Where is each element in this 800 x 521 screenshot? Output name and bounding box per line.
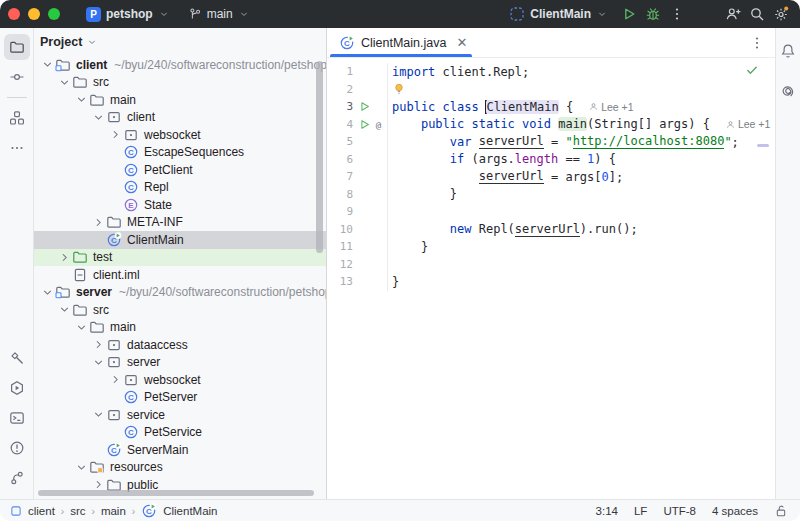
intention-bulb-icon[interactable] bbox=[392, 82, 406, 96]
chevron-collapsed-icon[interactable] bbox=[91, 337, 106, 352]
run-configuration-selector[interactable]: ClientMain bbox=[503, 3, 614, 25]
file-encoding[interactable]: UTF-8 bbox=[663, 505, 696, 517]
annotation-gutter-icon[interactable]: @ bbox=[372, 118, 385, 131]
line-number[interactable]: 6 bbox=[327, 153, 353, 166]
chevron-down-icon[interactable] bbox=[86, 36, 98, 48]
tree-item-state[interactable]: EState bbox=[34, 196, 326, 214]
services-tool-button[interactable] bbox=[4, 375, 30, 401]
project-panel-title[interactable]: Project bbox=[40, 35, 82, 49]
tree-item-dataaccess[interactable]: dataaccess bbox=[34, 336, 326, 354]
gutter[interactable]: @ bbox=[353, 118, 387, 131]
line-separator[interactable]: LF bbox=[634, 505, 647, 517]
tree-item-escapesequences[interactable]: CEscapeSequences bbox=[34, 144, 326, 162]
line-number[interactable]: 3 bbox=[327, 100, 353, 113]
minimize-window-button[interactable] bbox=[28, 8, 40, 20]
run-gutter-icon[interactable] bbox=[358, 118, 371, 131]
tree-item-src[interactable]: src bbox=[34, 74, 326, 92]
tree-item-repl[interactable]: CRepl bbox=[34, 179, 326, 197]
chevron-expanded-icon[interactable] bbox=[57, 302, 72, 317]
code-line-7[interactable]: 7 serverUrl = args[0]; bbox=[327, 168, 775, 186]
zoom-window-button[interactable] bbox=[48, 8, 60, 20]
unlock-icon[interactable] bbox=[774, 504, 788, 518]
code-line-2[interactable]: 2 bbox=[327, 81, 775, 99]
code-line-11[interactable]: 11 } bbox=[327, 238, 775, 256]
close-tab-icon[interactable]: ✕ bbox=[456, 35, 467, 50]
code-with-me-button[interactable] bbox=[724, 5, 742, 23]
tree-item-client[interactable]: client~/byu/240/softwareconstruction/pet… bbox=[34, 56, 326, 74]
tree-item-servermain[interactable]: CServerMain bbox=[34, 441, 326, 459]
code-line-13[interactable]: 13} bbox=[327, 273, 775, 291]
tree-item-resources[interactable]: resources bbox=[34, 459, 326, 477]
code-line-8[interactable]: 8 } bbox=[327, 186, 775, 204]
code-line-5[interactable]: 5 var serverUrl = "http://localhost:8080… bbox=[327, 133, 775, 151]
line-number[interactable]: 8 bbox=[327, 188, 353, 201]
breadcrumb-main[interactable]: main bbox=[101, 505, 126, 517]
caret-position[interactable]: 3:14 bbox=[596, 505, 618, 517]
code-line-1[interactable]: 1import client.Repl; bbox=[327, 63, 775, 81]
branch-widget[interactable]: main bbox=[182, 4, 256, 24]
tree-item-test[interactable]: test bbox=[34, 249, 326, 267]
tree-item-petclient[interactable]: CPetClient bbox=[34, 161, 326, 179]
chevron-collapsed-icon[interactable] bbox=[57, 250, 72, 265]
terminal-tool-button[interactable] bbox=[4, 405, 30, 431]
tree-item-client.iml[interactable]: client.iml bbox=[34, 266, 326, 284]
line-number[interactable]: 11 bbox=[327, 240, 353, 253]
line-number[interactable]: 4 bbox=[327, 118, 353, 131]
breadcrumb-src[interactable]: src bbox=[70, 505, 85, 517]
editor-options-button[interactable] bbox=[749, 35, 765, 51]
chevron-expanded-icon[interactable] bbox=[74, 92, 89, 107]
close-window-button[interactable] bbox=[8, 8, 20, 20]
chevron-expanded-icon[interactable] bbox=[74, 320, 89, 335]
tree-item-websocket[interactable]: websocket bbox=[34, 371, 326, 389]
tree-item-server[interactable]: server~/byu/240/softwareconstruction/pet… bbox=[34, 284, 326, 302]
gutter[interactable] bbox=[353, 100, 387, 113]
code-line-6[interactable]: 6 if (args.length == 1) { bbox=[327, 151, 775, 169]
chevron-expanded-icon[interactable] bbox=[57, 75, 72, 90]
chevron-expanded-icon[interactable] bbox=[91, 110, 106, 125]
chevron-expanded-icon[interactable] bbox=[74, 460, 89, 475]
breadcrumb-clientmain[interactable]: ClientMain bbox=[163, 505, 217, 517]
breadcrumb-client[interactable]: client bbox=[28, 505, 55, 517]
code-line-4[interactable]: 4@ public static void main(String[] args… bbox=[327, 116, 775, 134]
build-tool-button[interactable] bbox=[4, 345, 30, 371]
line-number[interactable]: 13 bbox=[327, 275, 353, 288]
settings-button[interactable] bbox=[772, 5, 790, 23]
debug-button[interactable] bbox=[644, 5, 662, 23]
tree-item-clientmain[interactable]: CClientMain bbox=[34, 231, 326, 249]
ai-assistant-button[interactable] bbox=[775, 78, 800, 104]
commit-tool-button[interactable] bbox=[4, 64, 30, 90]
tree-vertical-scrollbar[interactable] bbox=[316, 61, 323, 253]
tree-horizontal-scrollbar[interactable] bbox=[38, 490, 314, 496]
structure-tool-button[interactable] bbox=[4, 105, 30, 131]
vcs-log-tool-button[interactable] bbox=[4, 465, 30, 491]
author-inlay-hint[interactable]: Lee +1 bbox=[589, 101, 633, 113]
tree-item-main[interactable]: main bbox=[34, 91, 326, 109]
editor-tab-clientmain[interactable]: C ClientMain.java ✕ bbox=[327, 28, 475, 57]
chevron-collapsed-icon[interactable] bbox=[91, 215, 106, 230]
code-editor[interactable]: 1import client.Repl;23public class Clien… bbox=[327, 58, 775, 499]
chevron-expanded-icon[interactable] bbox=[91, 407, 106, 422]
tree-item-server[interactable]: server bbox=[34, 354, 326, 372]
code-line-3[interactable]: 3public class ClientMain {Lee +1 bbox=[327, 98, 775, 116]
run-button[interactable] bbox=[620, 5, 638, 23]
project-tool-button[interactable] bbox=[4, 34, 30, 60]
inspections-ok-icon[interactable] bbox=[745, 63, 759, 77]
chevron-collapsed-icon[interactable] bbox=[108, 372, 123, 387]
line-number[interactable]: 7 bbox=[327, 170, 353, 183]
line-number[interactable]: 10 bbox=[327, 223, 353, 236]
code-line-9[interactable]: 9 bbox=[327, 203, 775, 221]
code-line-10[interactable]: 10 new Repl(serverUrl).run(); bbox=[327, 221, 775, 239]
notifications-button[interactable] bbox=[775, 38, 800, 64]
chevron-expanded-icon[interactable] bbox=[91, 355, 106, 370]
more-actions-button[interactable] bbox=[668, 5, 686, 23]
tree-item-service[interactable]: service bbox=[34, 406, 326, 424]
tree-item-main[interactable]: main bbox=[34, 319, 326, 337]
run-gutter-icon[interactable] bbox=[358, 100, 371, 113]
chevron-expanded-icon[interactable] bbox=[40, 57, 55, 72]
tree-item-src[interactable]: src bbox=[34, 301, 326, 319]
problems-tool-button[interactable] bbox=[4, 435, 30, 461]
tree-item-meta-inf[interactable]: META-INF bbox=[34, 214, 326, 232]
project-widget[interactable]: P petshop bbox=[80, 4, 176, 25]
code-line-12[interactable]: 12 bbox=[327, 256, 775, 274]
tree-item-websocket[interactable]: websocket bbox=[34, 126, 326, 144]
